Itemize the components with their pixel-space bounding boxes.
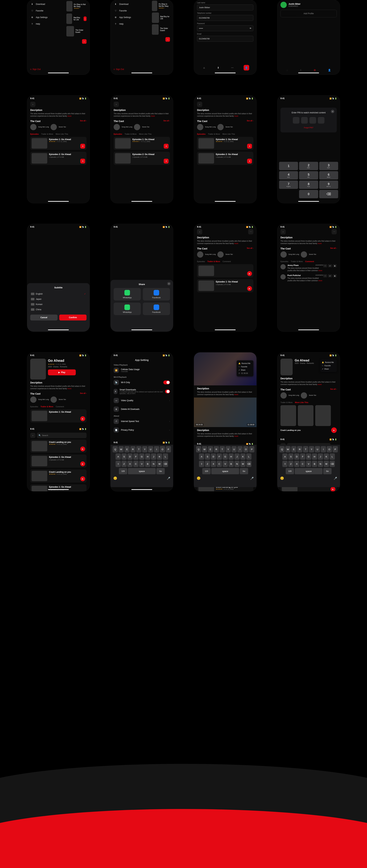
kbd-key[interactable]: P — [249, 446, 254, 453]
kbd-key[interactable]: Go — [240, 468, 248, 474]
nav-download[interactable]: ⬇ — [300, 69, 302, 71]
language-option[interactable]: China — [30, 307, 87, 312]
play-button[interactable]: ▶ — [247, 271, 252, 276]
keypad-key[interactable]: 8TUV — [299, 181, 318, 189]
play-button[interactable]: ▶ — [331, 487, 335, 491]
kbd-key[interactable]: T — [220, 446, 225, 453]
keypad-key[interactable]: 5JKL — [299, 171, 318, 180]
keypad-key[interactable]: ⌫ — [319, 190, 338, 198]
language-option[interactable]: Japan — [30, 297, 87, 302]
forgot-pin-link[interactable]: Forgot PIN? — [284, 127, 333, 129]
share-option[interactable]: WhatsApp — [114, 303, 141, 315]
emoji-button[interactable]: 😊 — [197, 476, 200, 480]
setting-delete[interactable]: 🗑Delete All Dowloads — [111, 405, 173, 413]
kbd-key[interactable]: N — [318, 461, 323, 467]
kbd-key[interactable]: R — [130, 446, 136, 453]
kbd-key[interactable]: E — [208, 446, 213, 453]
kbd-key[interactable]: Q — [196, 446, 201, 453]
more-button[interactable]: ⋯ — [332, 229, 337, 235]
nav-home[interactable]: ⌂ — [201, 65, 207, 70]
menu-favorite[interactable]: ♡ Favorite — [322, 364, 335, 367]
last-name-input[interactable]: Justin Bibber — [197, 4, 253, 10]
kbd-key[interactable]: D — [128, 454, 133, 460]
kbd-key[interactable]: B — [312, 461, 317, 467]
back-button[interactable]: ‹ — [114, 102, 119, 107]
thumb-item[interactable]: It's Okay to Not Be Okay★★★★☆ — [149, 0, 173, 12]
search-input[interactable]: 🔍 Search — [37, 433, 87, 438]
kbd-key[interactable]: Z — [121, 461, 127, 467]
tab-more-like[interactable]: More Like This — [295, 401, 308, 403]
kbd-key[interactable]: W — [118, 446, 124, 453]
kbd-key[interactable]: I — [154, 446, 159, 453]
kbd-key[interactable]: ⇧ — [282, 461, 288, 467]
kbd-key[interactable]: L — [330, 454, 335, 460]
kbd-key[interactable]: F — [300, 454, 305, 460]
kbd-key[interactable]: 123 — [202, 468, 210, 474]
tab-trailer[interactable]: Trailer & More — [207, 260, 220, 262]
eye-icon[interactable]: 👁 — [250, 27, 251, 29]
home-mini-button[interactable]: ⌂ — [82, 39, 87, 44]
email-input[interactable]: 0123456789 — [197, 36, 253, 42]
cancel-button[interactable]: Cancel — [30, 315, 58, 320]
kbd-key[interactable]: Z — [288, 461, 293, 467]
setting-wifi[interactable]: 📡Wi-fi Only — [111, 378, 173, 387]
thumb-item[interactable]: The Order Guard — [149, 24, 173, 35]
setting-smart[interactable]: ⬇Smart DownloadsCompleted episodes will … — [111, 387, 173, 396]
episode-card[interactable]: Episodes 2: Go Ahead1 Episode | 177.6 MB… — [30, 152, 87, 165]
like-button[interactable]: ♡ — [323, 264, 327, 267]
kbd-key[interactable]: H — [145, 454, 150, 460]
kbd-key[interactable]: R — [297, 446, 302, 453]
emoji-button[interactable]: 😊 — [280, 476, 284, 480]
kbd-key[interactable]: ⌫ — [330, 461, 335, 467]
see-all-link[interactable]: See all › — [80, 120, 87, 122]
kbd-key[interactable]: J — [318, 454, 323, 460]
mic-button[interactable]: 🎤 — [334, 477, 337, 480]
share-option[interactable]: Facebook — [143, 303, 170, 315]
play-button[interactable]: ▶ — [331, 427, 337, 433]
kbd-key[interactable]: O — [243, 446, 249, 453]
kbd-key[interactable]: B — [228, 461, 234, 467]
kbd-key[interactable]: A — [199, 454, 204, 460]
back-button[interactable]: ‹ — [280, 229, 286, 235]
thumb-item[interactable]: The Order Guard — [65, 25, 90, 37]
kbd-key[interactable]: Y — [309, 446, 314, 453]
toggle[interactable] — [163, 380, 170, 384]
kbd-key[interactable]: 123 — [119, 468, 127, 474]
kbd-key[interactable]: space — [211, 468, 239, 474]
kbd-key[interactable]: N — [151, 461, 156, 467]
kbd-key[interactable]: D — [211, 454, 216, 460]
kbd-key[interactable]: B — [145, 461, 150, 467]
sign-out[interactable]: ⎋ Sign Out — [114, 68, 124, 70]
back-button[interactable]: ‹ — [30, 433, 35, 438]
delete-button[interactable]: 🗑 — [333, 274, 337, 277]
sign-out[interactable]: ⎋ Sign Out — [30, 68, 41, 70]
kbd-key[interactable]: L — [246, 454, 251, 460]
kbd-key[interactable]: S — [205, 454, 210, 460]
back-button[interactable]: ‹ — [197, 102, 202, 107]
nav-settings[interactable]: ⚙ — [314, 69, 316, 71]
like-button[interactable]: ♡ — [323, 274, 327, 277]
kbd-key[interactable]: C — [217, 461, 222, 467]
setting-quality[interactable]: ▭Video Quality› — [111, 396, 173, 405]
menu-share[interactable]: ↗ Share — [238, 368, 252, 372]
play-button[interactable]: ▶ — [80, 461, 85, 466]
kbd-key[interactable]: K — [324, 454, 329, 460]
kbd-key[interactable]: P — [333, 446, 338, 453]
back-button[interactable]: ‹ — [197, 229, 202, 235]
kbd-key[interactable]: S — [288, 454, 293, 460]
kbd-key[interactable]: ⌫ — [163, 461, 168, 467]
kbd-key[interactable]: U — [148, 446, 153, 453]
kbd-key[interactable]: W — [202, 446, 207, 453]
close-icon[interactable]: ✕ — [167, 282, 171, 285]
play-button[interactable]: ▶ — [80, 476, 85, 481]
mic-button[interactable]: 🎤 — [250, 477, 254, 480]
kbd-key[interactable]: O — [160, 446, 165, 453]
profile-row[interactable]: Justin Biber 0198145612 — [277, 0, 340, 10]
tab-episodes[interactable]: Episodes — [30, 133, 39, 135]
menu-remind[interactable]: 🔔 Remind Me — [322, 361, 335, 364]
keypad-key[interactable]: 9WXYZ — [319, 181, 338, 189]
kbd-key[interactable]: U — [231, 446, 237, 453]
kbd-key[interactable]: M — [157, 461, 162, 467]
keypad-key[interactable]: 2ABC — [299, 162, 318, 170]
share-option[interactable]: Facebook — [143, 288, 170, 301]
